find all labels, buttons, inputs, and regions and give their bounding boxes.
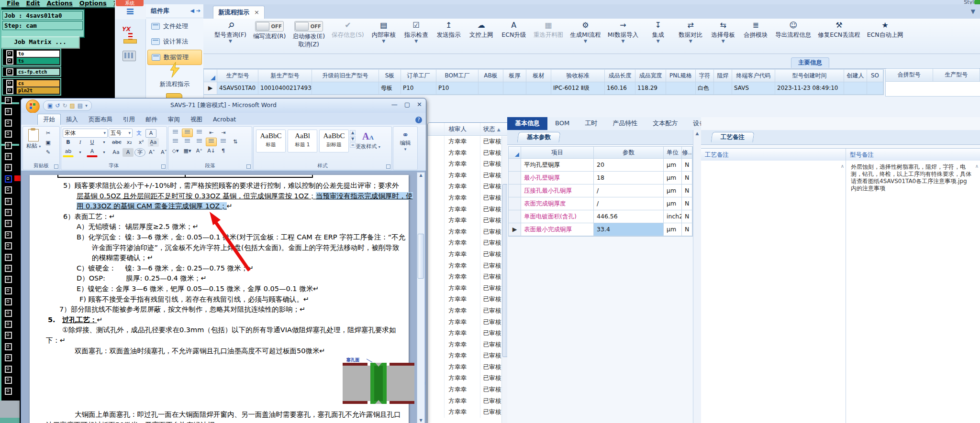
dropdown-arrow-icon[interactable]: ▼ <box>229 39 232 43</box>
ribbon-tab-审阅[interactable]: 审阅 <box>163 114 185 125</box>
help-icon[interactable]: ? <box>415 117 422 123</box>
review-row[interactable]: 方幸幸已审核 <box>428 372 509 384</box>
layer-row[interactable]: pln2t <box>3 87 60 94</box>
layer-name[interactable]: cs <box>16 80 60 87</box>
strip-checkbox[interactable] <box>5 242 12 249</box>
strip-row[interactable] <box>3 186 17 193</box>
strip-checkbox[interactable] <box>5 130 12 138</box>
param-column-header[interactable]: 参数 <box>594 147 664 159</box>
strip-checkbox[interactable] <box>5 321 12 328</box>
layer-row[interactable]: cs-fp.etch <box>3 68 60 75</box>
table-select-all-corner[interactable] <box>204 70 217 82</box>
dropdown-arrow-icon[interactable]: ▼ <box>689 39 692 43</box>
review-row[interactable]: 方幸幸已审核 <box>428 260 509 271</box>
strip-checkbox[interactable] <box>5 310 12 317</box>
align-left-icon[interactable] <box>170 138 181 146</box>
table-cell[interactable]: IPC-6012 Ⅱ级 <box>551 82 605 95</box>
param-column-header[interactable]: 项目 <box>521 147 594 159</box>
toggle-switch[interactable]: OFF <box>255 21 284 32</box>
char-shading-icon[interactable]: A <box>122 148 134 157</box>
review-row[interactable]: 方幸幸已审核 <box>428 215 509 226</box>
detail-tab-文本配方[interactable]: 文本配方 <box>645 117 685 130</box>
table-cell[interactable]: 母板 <box>379 82 401 95</box>
strip-row[interactable] <box>3 287 17 294</box>
change-case-button[interactable]: Aa <box>111 148 122 157</box>
strip-checkbox[interactable] <box>5 198 12 205</box>
review-row[interactable]: 方幸幸已审核 <box>428 395 509 407</box>
param-column-header[interactable]: 修.. <box>682 147 692 159</box>
layer-name[interactable]: cs-fp.etch <box>16 68 60 76</box>
review-row[interactable]: 方幸幸已审核 <box>428 136 509 147</box>
minimize-button[interactable]: — <box>391 101 398 108</box>
toolbar-button-send-up[interactable]: ↥发送指示 <box>436 21 462 39</box>
job-matrix-button[interactable]: Job Matrix ... <box>0 36 80 49</box>
dialog-launcher-icon[interactable] <box>246 164 251 169</box>
style-card-标题 1[interactable]: AaBl标题 1 <box>288 130 317 152</box>
strip-checkbox[interactable] <box>5 254 12 261</box>
strip-row[interactable] <box>3 254 17 260</box>
cut-icon[interactable]: ✂ <box>43 129 54 138</box>
param-value[interactable]: 33.4 <box>594 223 664 236</box>
align-center-icon[interactable] <box>182 138 193 146</box>
menu-item-actions[interactable]: Actions <box>46 0 72 7</box>
table-cell[interactable]: 2023-11-23 08:49:10 <box>775 82 844 95</box>
ribbon-collapse-icon[interactable]: ▼ <box>971 8 975 15</box>
scroll-up-icon[interactable]: ∧ <box>841 163 844 169</box>
strip-checkbox[interactable] <box>5 377 12 384</box>
process-note-field[interactable]: ∧ <box>701 161 846 423</box>
column-header-19[interactable]: SO <box>867 70 883 82</box>
ribbon-tab-邮件[interactable]: 邮件 <box>140 114 163 125</box>
param-value[interactable]: 446.56 <box>594 210 664 223</box>
toolbar-button-toggle[interactable]: OFF编写流程(R) <box>253 21 286 40</box>
menu-item-edit[interactable]: Edit <box>26 0 40 7</box>
column-header-16[interactable]: 终端客户代码 <box>732 70 775 82</box>
strip-row[interactable] <box>3 119 17 126</box>
review-row[interactable]: 方幸幸已审核 <box>428 226 509 238</box>
library-item-文件处理[interactable]: 文件处理 <box>147 19 202 33</box>
dropdown-arrow-icon[interactable]: ▼ <box>382 39 385 43</box>
table-cell[interactable]: 118.29 <box>635 82 666 95</box>
param-value[interactable]: / <box>594 197 664 210</box>
strip-checkbox[interactable] <box>5 231 12 239</box>
table-cell[interactable] <box>312 82 379 95</box>
close-button[interactable]: ✕ <box>417 101 422 108</box>
font-color-button[interactable]: A <box>87 147 98 157</box>
dialog-launcher-icon[interactable] <box>386 164 390 169</box>
toolbar-button-modules[interactable]: ≣合拼模块 <box>743 21 768 39</box>
review-row[interactable]: 方幸幸已审核 <box>428 406 509 418</box>
dropdown-arrow-icon[interactable]: ▼ <box>722 39 725 43</box>
table-cell[interactable]: P10 <box>436 82 479 95</box>
toolbar-button-import[interactable]: →MI数据导入▼ <box>608 21 638 43</box>
line-spacing-icon[interactable]: ⇅ <box>230 138 241 146</box>
style-card-副标题[interactable]: AaBbC副标题 <box>319 130 349 152</box>
clear-format-icon[interactable]: A̲a <box>148 138 159 147</box>
layer-name[interactable]: ts <box>16 57 60 65</box>
review-row[interactable]: 方幸幸已审核 <box>428 327 509 339</box>
document-page[interactable]: 5）顾客要求阻抗公差小于+/-10%时，需严格按照顾客的要求进行控制，难以控制的… <box>30 175 409 423</box>
new-flow-instruction-action[interactable]: 新流程指示 <box>146 62 203 88</box>
show-marks-icon[interactable]: ¶ <box>218 147 229 155</box>
review-row[interactable]: 方幸幸已审核 <box>428 361 509 373</box>
layer-checkbox[interactable] <box>6 87 13 94</box>
review-row[interactable]: 方幸幸已审核 <box>428 192 509 204</box>
review-row[interactable]: 方幸幸已审核 <box>428 158 509 170</box>
param-value[interactable]: / <box>594 184 664 197</box>
change-styles-button[interactable]: AA 更改样式 ▾ <box>356 131 380 150</box>
toolbar-button-printer[interactable]: ▤内部审核▼ <box>371 21 397 43</box>
strip-row[interactable] <box>3 153 17 160</box>
subscript-button[interactable]: x₂ <box>124 138 135 147</box>
menu-item-options[interactable]: Options <box>79 0 107 7</box>
param-row[interactable]: 平均孔壁铜厚20μmN <box>509 159 692 172</box>
tab-new-flow-instruction[interactable]: 新流程指示× <box>213 6 265 19</box>
borders-icon[interactable]: ▦▾ <box>182 147 193 155</box>
strip-checkbox[interactable] <box>5 108 12 115</box>
column-header-18[interactable]: 创建人 <box>844 70 867 82</box>
justify-icon[interactable] <box>206 138 217 146</box>
detail-tab-基本信息[interactable]: 基本信息 <box>507 117 547 130</box>
italic-button[interactable]: I <box>75 138 86 147</box>
table-cell[interactable] <box>867 82 883 95</box>
strip-checkbox[interactable] <box>5 220 12 227</box>
strip-checkbox[interactable] <box>5 388 12 395</box>
sort-icon[interactable]: A↓ <box>206 147 217 155</box>
toolbar-button-smiley[interactable]: ☺导出流程信息 <box>775 21 811 39</box>
